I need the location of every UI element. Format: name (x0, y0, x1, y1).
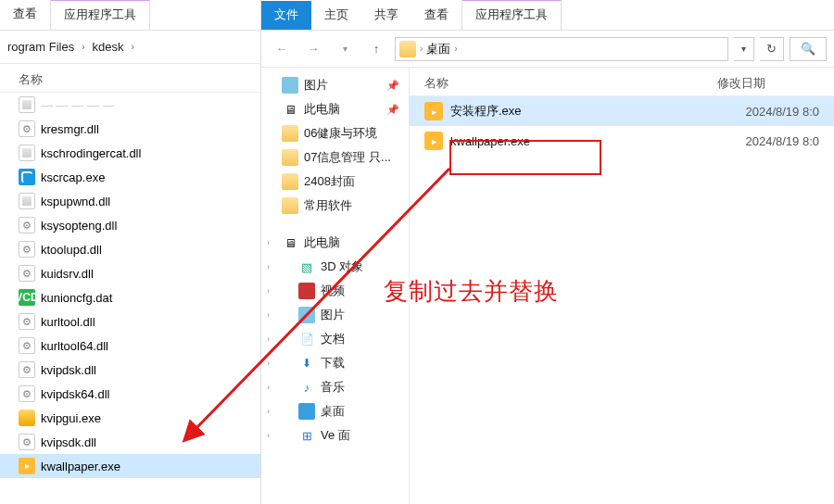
address-toolbar: ← → ▾ ↑ › 桌面 › ▾ ↻ 🔍 (261, 31, 834, 68)
left-breadcrumb[interactable]: rogram Files › kdesk › (0, 31, 260, 64)
tree-item[interactable]: 07信息管理 只... (261, 145, 409, 170)
search-input[interactable]: 🔍 (790, 37, 827, 61)
pin-icon: 📌 (386, 104, 399, 116)
pane-columns: 名称 修改日期 (410, 68, 834, 96)
file-name: kurltool64.dll (41, 339, 108, 353)
breadcrumb-seg[interactable]: rogram Files (6, 36, 76, 57)
file-name: kunioncfg.dat (41, 291, 112, 305)
tab-view-left[interactable]: 查看 (0, 0, 50, 30)
file-date: 2024/8/19 8:0 (717, 134, 819, 148)
file-name: kvipdsk64.dll (41, 387, 109, 401)
tree-label: 3D 对象 (321, 258, 363, 275)
pin-icon: 📌 (386, 80, 399, 92)
tree-icon (298, 403, 315, 420)
list-item[interactable]: kspupwnd.dll (0, 189, 260, 213)
list-item[interactable]: VCDkunioncfg.dat (0, 285, 260, 309)
expand-icon[interactable]: › (267, 238, 270, 247)
nav-recent-button[interactable]: ▾ (332, 36, 358, 62)
breadcrumb-seg[interactable]: kdesk (91, 36, 126, 57)
tab-share[interactable]: 共享 (361, 1, 411, 30)
tab-home[interactable]: 主页 (311, 1, 361, 30)
tree-icon (298, 331, 315, 347)
file-icon (19, 169, 35, 185)
file-icon (19, 313, 35, 330)
list-item[interactable]: kvipdsk64.dll (0, 382, 260, 406)
file-row[interactable]: ▸安装程序.exe2024/8/19 8:0 (410, 96, 834, 126)
list-item[interactable]: ksysopteng.dll (0, 213, 260, 237)
tree-icon (282, 125, 298, 142)
expand-icon[interactable]: › (267, 383, 270, 392)
list-item[interactable]: kvipgui.exe (0, 406, 260, 430)
tree-item[interactable]: ›下载 (261, 351, 409, 375)
list-item[interactable]: kurltool.dll (0, 309, 260, 334)
list-item[interactable]: kvipsdk.dll (0, 430, 260, 454)
file-name: kvipdsk.dll (41, 363, 96, 377)
list-item[interactable]: kvipdsk.dll (0, 358, 260, 382)
list-item[interactable]: kschrodingercat.dll (0, 141, 260, 165)
column-date[interactable]: 修改日期 (717, 75, 819, 92)
file-name: kwallpaper.exe (450, 134, 710, 148)
file-name: kspupwnd.dll (41, 195, 110, 208)
tree-icon (298, 379, 315, 396)
tree-item[interactable]: 06健康与环境 (261, 121, 409, 145)
list-item[interactable]: kresmgr.dll (0, 117, 260, 141)
right-explorer-window: 文件 主页 共享 查看 应用程序工具 ← → ▾ ↑ › 桌面 › ▾ ↻ 🔍 … (261, 0, 834, 504)
expand-icon[interactable]: › (267, 310, 270, 320)
list-item[interactable]: kscrcap.exe (0, 165, 260, 189)
address-history-button[interactable]: ▾ (734, 37, 754, 61)
tree-item[interactable]: ›3D 对象 (261, 255, 409, 279)
tree-label: 此电脑 (304, 101, 340, 118)
column-name[interactable]: 名称 (424, 75, 717, 92)
right-ribbon: 文件 主页 共享 查看 应用程序工具 (261, 0, 834, 31)
list-item[interactable]: kwallpaper.exe (0, 454, 260, 478)
nav-back-button[interactable]: ← (269, 36, 295, 62)
expand-icon[interactable]: › (267, 286, 270, 296)
tab-app-tools-left[interactable]: 应用程序工具 (50, 0, 150, 30)
tree-item[interactable]: ›此电脑 (261, 231, 409, 255)
file-icon (19, 145, 35, 161)
expand-icon[interactable]: › (267, 334, 270, 344)
expand-icon[interactable]: › (267, 407, 270, 416)
nav-up-button[interactable]: ↑ (363, 36, 389, 62)
tree-item[interactable]: 图片📌 (261, 73, 409, 97)
folder-icon (399, 41, 416, 57)
file-icon (19, 410, 35, 426)
tree-item[interactable]: ›音乐 (261, 375, 409, 399)
address-segment[interactable]: 桌面 (426, 41, 450, 57)
file-row[interactable]: ▸kwallpaper.exe2024/8/19 8:0 (410, 126, 834, 156)
tree-item[interactable]: ›Ve 面 (261, 423, 409, 447)
tree-icon (298, 427, 315, 444)
tree-icon (282, 77, 298, 94)
tree-item[interactable]: ›文档 (261, 327, 409, 351)
tree-label: Ve 面 (321, 427, 350, 444)
tree-item[interactable]: 常用软件 (261, 194, 409, 218)
tab-file[interactable]: 文件 (261, 1, 311, 30)
file-name: kvipgui.exe (41, 411, 101, 425)
expand-icon[interactable]: › (267, 431, 270, 440)
file-name: kresmgr.dll (41, 122, 99, 136)
tree-label: 常用软件 (304, 197, 352, 214)
expand-icon[interactable]: › (267, 359, 270, 368)
tree-item[interactable]: ›视频 (261, 279, 409, 303)
tree-label: 图片 (321, 307, 345, 323)
tab-view-right[interactable]: 查看 (411, 1, 461, 30)
left-column-name[interactable]: 名称 (0, 64, 260, 93)
tab-app-tools-right[interactable]: 应用程序工具 (461, 0, 562, 30)
refresh-button[interactable]: ↻ (760, 37, 784, 61)
tree-label: 视频 (321, 283, 345, 299)
nav-tree: 图片📌此电脑📌06健康与环境07信息管理 只...2408封面常用软件›此电脑›… (261, 68, 410, 504)
list-item[interactable]: — — — — — (0, 93, 260, 117)
tree-item[interactable]: ›图片 (261, 303, 409, 327)
list-item[interactable]: ktoolupd.dll (0, 237, 260, 261)
list-item[interactable]: kurltool64.dll (0, 334, 260, 358)
address-bar[interactable]: › 桌面 › (395, 37, 728, 61)
file-icon (19, 265, 35, 282)
tree-icon (298, 283, 315, 299)
tree-item[interactable]: 2408封面 (261, 170, 409, 194)
expand-icon[interactable]: › (267, 262, 270, 271)
tree-icon (282, 149, 298, 166)
file-name: kuidsrv.dll (41, 267, 94, 281)
tree-item[interactable]: 此电脑📌 (261, 97, 409, 121)
list-item[interactable]: kuidsrv.dll (0, 261, 260, 285)
tree-item[interactable]: ›桌面 (261, 399, 409, 423)
